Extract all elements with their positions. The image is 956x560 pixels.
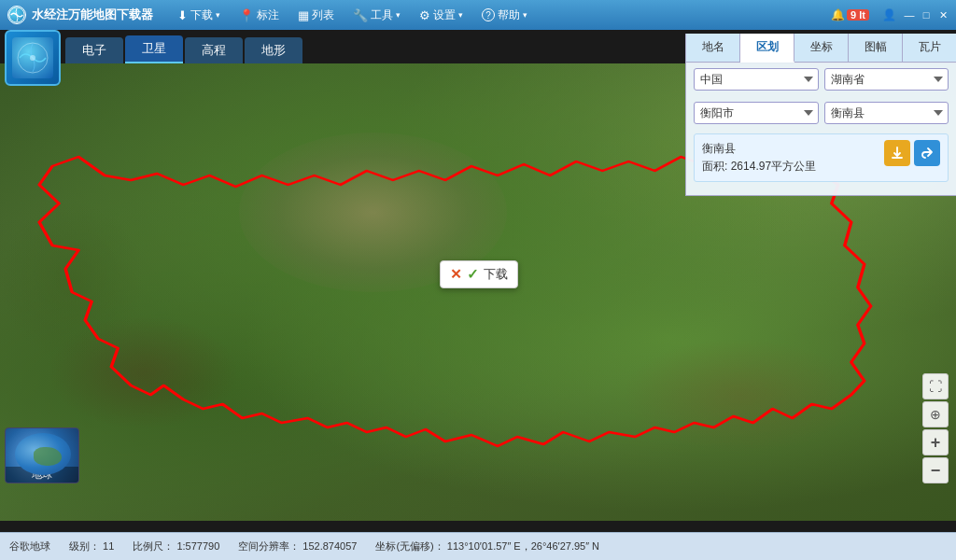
- terrain-patch-3: [622, 338, 861, 453]
- nav-list-btn[interactable]: ▦ 列表: [290, 5, 342, 26]
- statusbar: 谷歌地球 级别： 11 比例尺： 1:577790 空间分辨率： 152.874…: [0, 532, 956, 560]
- settings-nav-icon: ⚙: [419, 8, 430, 22]
- nav-settings-arrow: ▾: [458, 10, 463, 20]
- tab-electronic[interactable]: 电子: [65, 37, 123, 63]
- tools-nav-icon: 🔧: [353, 8, 368, 22]
- region-action-btns: [884, 140, 940, 166]
- panel-tab-frame-label: 图幅: [865, 40, 887, 53]
- panel-tab-district[interactable]: 区划: [740, 34, 794, 63]
- area-label: 面积:: [702, 160, 727, 173]
- user-btn[interactable]: 👤: [877, 8, 902, 21]
- tab-satellite-label: 卫星: [142, 41, 166, 55]
- download-popup: ✕ ✓ 下载: [440, 260, 518, 288]
- minimap: 地球: [5, 427, 79, 483]
- level-label: 级别：: [69, 540, 100, 552]
- tab-elevation[interactable]: 高程: [185, 37, 243, 63]
- panel-tab-tile-label: 瓦片: [919, 40, 941, 53]
- level-value: 11: [103, 540, 114, 552]
- nav-help-arrow: ▾: [523, 10, 527, 20]
- panel-tab-coord-label: 坐标: [810, 40, 833, 53]
- app-logo-icon: [7, 6, 26, 24]
- panel-tab-district-label: 区划: [756, 40, 779, 53]
- region-download-btn[interactable]: [884, 140, 910, 166]
- maximize-btn[interactable]: □: [919, 7, 934, 22]
- zoom-out-btn[interactable]: −: [922, 457, 949, 483]
- panel-tab-frame[interactable]: 图幅: [849, 34, 903, 62]
- scale-label: 比例尺：: [133, 540, 174, 552]
- nav-help-btn[interactable]: ? 帮助 ▾: [474, 5, 535, 26]
- share-icon: [921, 147, 934, 160]
- panel-tab-coord[interactable]: 坐标: [794, 34, 849, 62]
- notification-area: 🔔 9 It: [823, 6, 877, 24]
- cancel-icon[interactable]: ✕: [450, 266, 462, 283]
- region-share-btn[interactable]: [914, 140, 940, 166]
- panel-tab-place[interactable]: 地名: [686, 34, 740, 62]
- region-info: 衡南县 面积: 2614.97平方公里: [694, 133, 949, 182]
- user-icon: 👤: [882, 8, 896, 21]
- county-select[interactable]: 衡南县: [824, 102, 949, 124]
- tab-electronic-label: 电子: [82, 43, 106, 57]
- nav-area: ⬇ 下载 ▾ 📍 标注 ▦ 列表 🔧 工具 ▾ ⚙ 设置 ▾ ? 帮助: [161, 5, 823, 26]
- region-info-text: 衡南县 面积: 2614.97平方公里: [702, 140, 816, 175]
- city-select[interactable]: 衡阳市: [694, 102, 819, 124]
- tab-terrain-label: 地形: [261, 43, 286, 57]
- tab-elevation-label: 高程: [202, 43, 226, 57]
- earth-land: [34, 447, 62, 466]
- map-controls: ⛶ ⊕ + −: [922, 373, 949, 483]
- notification-badge: 9 It: [847, 9, 869, 21]
- status-scale: 比例尺： 1:577790: [133, 539, 219, 553]
- panel-tab-place-label: 地名: [702, 40, 724, 53]
- nav-tools-label: 工具: [371, 7, 393, 23]
- nav-download-arrow: ▾: [216, 10, 220, 20]
- nav-tools-arrow: ▾: [396, 10, 401, 20]
- nav-settings-label: 设置: [433, 7, 456, 23]
- nav-settings-btn[interactable]: ⚙ 设置 ▾: [412, 5, 471, 26]
- tab-satellite[interactable]: 卫星: [125, 35, 183, 63]
- panel-tab-tile[interactable]: 瓦片: [903, 34, 956, 62]
- zoom-in-btn[interactable]: +: [922, 429, 949, 455]
- download-popup-label: 下载: [484, 266, 508, 283]
- svg-point-2: [30, 55, 35, 61]
- area-value: 2614.97平方公里: [731, 160, 816, 173]
- notification-bell-icon: 🔔: [831, 8, 845, 21]
- resolution-label: 空间分辨率：: [238, 540, 300, 552]
- region-area: 面积: 2614.97平方公里: [702, 158, 816, 175]
- coord-value: 113°10′01.57″ E，26°46′27.95″ N: [447, 540, 599, 552]
- confirm-icon[interactable]: ✓: [467, 266, 479, 283]
- nav-mark-label: 标注: [257, 7, 279, 23]
- resolution-value: 152.874057: [302, 540, 357, 552]
- map-logo-box: [5, 30, 61, 86]
- panel-tabs: 地名 区划 坐标 图幅 瓦片: [686, 34, 956, 63]
- coord-label: 坐标(无偏移)：: [375, 540, 443, 552]
- app-logo-area: 水经注万能地图下载器: [0, 6, 161, 24]
- locate-btn[interactable]: ⊕: [922, 401, 949, 427]
- titlebar: 水经注万能地图下载器 ⬇ 下载 ▾ 📍 标注 ▦ 列表 🔧 工具 ▾ ⚙ 设置 …: [0, 0, 956, 30]
- panel-row-2: 衡阳市 衡南县: [686, 96, 956, 130]
- status-level: 级别： 11: [69, 539, 114, 553]
- download-nav-icon: ⬇: [177, 8, 188, 22]
- map-logo-inner: [12, 37, 53, 78]
- nav-download-label: 下载: [190, 7, 213, 23]
- help-nav-icon: ?: [482, 8, 495, 21]
- terrain-patch-4: [0, 201, 144, 361]
- minimize-btn[interactable]: —: [902, 7, 917, 22]
- status-resolution: 空间分辨率： 152.874057: [238, 539, 357, 553]
- nav-list-label: 列表: [312, 7, 334, 23]
- region-name: 衡南县: [702, 140, 816, 158]
- fullscreen-btn[interactable]: ⛶: [922, 373, 949, 399]
- province-select[interactable]: 湖南省: [824, 68, 949, 91]
- close-btn[interactable]: ✕: [935, 7, 950, 22]
- panel-row-1: 中国 湖南省: [686, 63, 956, 96]
- download-icon: [891, 147, 904, 160]
- nav-help-label: 帮助: [498, 7, 520, 23]
- nav-download-btn[interactable]: ⬇ 下载 ▾: [170, 5, 228, 26]
- status-source: 谷歌地球: [9, 539, 50, 553]
- nav-mark-btn[interactable]: 📍 标注: [232, 5, 287, 26]
- nav-tools-btn[interactable]: 🔧 工具 ▾: [345, 5, 408, 26]
- app-title: 水经注万能地图下载器: [32, 7, 153, 23]
- list-nav-icon: ▦: [298, 8, 309, 22]
- tab-terrain[interactable]: 地形: [245, 37, 302, 63]
- country-select[interactable]: 中国: [694, 68, 819, 91]
- right-panel: 地名 区划 坐标 图幅 瓦片 中国 湖南省 衡阳市 衡南县: [685, 34, 956, 196]
- status-coord: 坐标(无偏移)： 113°10′01.57″ E，26°46′27.95″ N: [375, 539, 599, 553]
